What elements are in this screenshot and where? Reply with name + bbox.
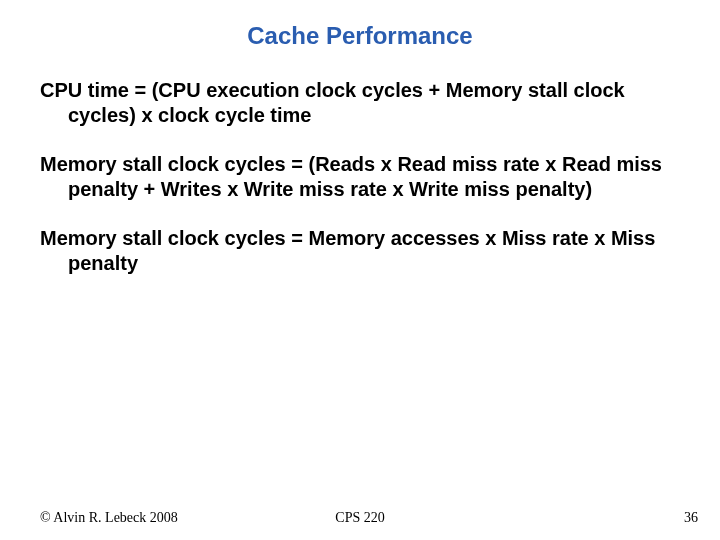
paragraph-1: CPU time = (CPU execution clock cycles +… [40,78,670,128]
paragraph-text: Memory stall clock cycles = Memory acces… [40,227,655,274]
paragraph-text: Memory stall clock cycles = (Reads x Rea… [40,153,662,200]
paragraph-3: Memory stall clock cycles = Memory acces… [40,226,670,276]
paragraph-2: Memory stall clock cycles = (Reads x Rea… [40,152,670,202]
footer-copyright: © Alvin R. Lebeck 2008 [40,510,178,526]
slide-container: Cache Performance CPU time = (CPU execut… [0,0,720,540]
slide-title: Cache Performance [40,22,680,50]
footer-course: CPS 220 [335,510,384,526]
slide-body: CPU time = (CPU execution clock cycles +… [40,78,680,276]
paragraph-text: CPU time = (CPU execution clock cycles +… [40,79,625,126]
footer-page-number: 36 [684,510,698,526]
